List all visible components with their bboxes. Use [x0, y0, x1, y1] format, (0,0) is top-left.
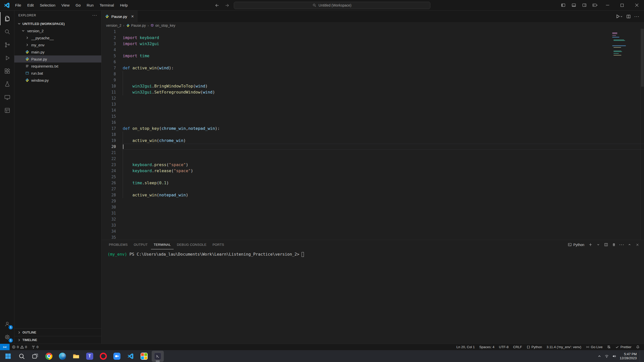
split-editor-button[interactable] — [625, 12, 632, 21]
eol-sequence[interactable]: CRLF — [511, 344, 524, 350]
go-live-button[interactable]: Go Live — [584, 344, 605, 350]
taskbar-start-button[interactable] — [2, 351, 14, 362]
taskbar-search[interactable] — [16, 351, 28, 362]
cursor-position[interactable]: Ln 20, Col 1 — [454, 344, 477, 350]
code-line-7[interactable]: def active_win(wind): — [123, 65, 644, 71]
tree-item--pycache-[interactable]: __pycache__ — [14, 34, 101, 41]
code-line-30[interactable] — [123, 204, 644, 210]
taskbar-task-view[interactable] — [29, 351, 41, 362]
terminal-body[interactable]: (my_env) PS C:\Users\ada_lau\Documents\W… — [102, 249, 644, 344]
code-line-20[interactable] — [123, 144, 644, 150]
section-outline[interactable]: OUTLINE — [14, 328, 101, 336]
tree-item-main-py[interactable]: main.py — [14, 48, 101, 55]
run-python-file-button[interactable] — [615, 12, 624, 21]
do-not-disturb-button[interactable] — [605, 344, 613, 350]
wifi-icon[interactable] — [604, 354, 609, 358]
remote-indicator[interactable]: >< — [0, 344, 10, 350]
code-line-23[interactable]: keyboard.press("space") — [123, 162, 644, 168]
taskbar-teams[interactable]: T — [84, 351, 96, 362]
menu-edit[interactable]: Edit — [24, 0, 37, 11]
tree-item-pause-py[interactable]: Pause.py — [14, 55, 101, 63]
taskbar-chrome[interactable] — [43, 351, 55, 362]
panel-tab-terminal[interactable]: TERMINAL — [151, 240, 174, 249]
code-line-16[interactable] — [123, 119, 644, 126]
code-line-22[interactable] — [123, 156, 644, 162]
code-line-35[interactable] — [123, 234, 644, 240]
activity-run-debug[interactable] — [0, 51, 14, 65]
prettier-status[interactable]: Prettier — [613, 344, 634, 350]
menu-help[interactable]: Help — [117, 0, 131, 11]
terminal-dropdown-button[interactable] — [595, 241, 602, 248]
code-line-21[interactable] — [123, 150, 644, 156]
menu-run[interactable]: Run — [84, 0, 97, 11]
code-line-27[interactable] — [123, 186, 644, 192]
close-panel-button[interactable] — [634, 241, 641, 248]
activity-remote-explorer[interactable] — [0, 91, 14, 104]
taskbar-vscode[interactable] — [124, 351, 137, 362]
taskbar-zoom[interactable] — [111, 351, 123, 362]
menu-terminal[interactable]: Terminal — [97, 0, 117, 11]
code-line-24[interactable]: keyboard.release("space") — [123, 168, 644, 174]
code-line-13[interactable] — [123, 101, 644, 107]
customize-layout-button[interactable] — [590, 0, 600, 11]
problems-indicator[interactable]: 0 0 — [10, 344, 29, 350]
code-line-5[interactable]: import time — [123, 53, 644, 59]
tree-item-requirements-txt[interactable]: requirements.txt — [14, 63, 101, 70]
code-line-32[interactable] — [123, 216, 644, 222]
indentation[interactable]: Spaces: 4 — [477, 344, 497, 350]
more-actions-button[interactable]: ··· — [633, 12, 640, 21]
panel-tab-ports[interactable]: PORTS — [210, 240, 227, 249]
workspace-section-header[interactable]: UNTITLED (WORKSPACE) — [14, 20, 101, 27]
tree-item-my-env[interactable]: my_env — [14, 41, 101, 48]
nav-back-button[interactable] — [214, 2, 220, 9]
code-line-10[interactable]: win32gui.BringWindowToTop(wind) — [123, 83, 644, 89]
toggle-panel-button[interactable] — [568, 0, 579, 11]
activity-accounts[interactable]: 1 — [0, 317, 14, 330]
code-line-25[interactable] — [123, 174, 644, 180]
scrollbar-thumb[interactable] — [641, 29, 644, 87]
activity-testing[interactable] — [0, 78, 14, 91]
minimap[interactable] — [610, 30, 640, 75]
code-editor[interactable]: 1234567891011121314151617181920212223242… — [102, 29, 644, 240]
code-line-26[interactable]: time.sleep(0.1) — [123, 180, 644, 186]
taskbar-store[interactable] — [138, 351, 150, 362]
panel-more-button[interactable]: ··· — [618, 241, 625, 248]
kill-terminal-button[interactable] — [610, 241, 618, 248]
code-line-33[interactable] — [123, 222, 644, 228]
panel-tab-debug-console[interactable]: DEBUG CONSOLE — [174, 240, 209, 249]
code-line-18[interactable] — [123, 132, 644, 138]
code-line-6[interactable] — [123, 59, 644, 65]
volume-icon[interactable] — [612, 354, 617, 358]
code-line-15[interactable] — [123, 113, 644, 119]
editor-scrollbar[interactable] — [640, 29, 644, 240]
code-line-3[interactable]: import win32gui — [123, 41, 644, 47]
tab-pause-py[interactable]: Pause.py × — [102, 11, 137, 22]
taskbar-terminal-active[interactable] — [152, 351, 164, 362]
code-line-8[interactable] — [123, 71, 644, 77]
panel-tab-output[interactable]: OUTPUT — [131, 240, 150, 249]
taskbar-opera[interactable] — [97, 351, 109, 362]
activity-extensions[interactable] — [0, 65, 14, 78]
views-actions-icon[interactable]: ··· — [92, 13, 97, 18]
notifications-button[interactable] — [634, 344, 642, 350]
ports-indicator[interactable]: 0 — [29, 344, 41, 350]
close-button[interactable] — [629, 0, 644, 11]
language-mode[interactable]: {}Python — [524, 344, 544, 350]
nav-forward-button[interactable] — [224, 2, 230, 9]
activity-settings[interactable]: 1 — [0, 330, 14, 344]
activity-explorer[interactable] — [0, 12, 14, 25]
taskbar-edge[interactable] — [56, 351, 69, 362]
taskbar-clock[interactable]: 5:47 PM 12/28/2023 — [620, 352, 637, 360]
toggle-secondary-sidebar-button[interactable] — [579, 0, 590, 11]
code-line-28[interactable]: active_win(notepad_win) — [123, 192, 644, 198]
code-line-4[interactable] — [123, 47, 644, 53]
menu-view[interactable]: View — [58, 0, 73, 11]
minimize-button[interactable] — [600, 0, 615, 11]
new-terminal-button[interactable] — [587, 241, 594, 248]
python-interpreter[interactable]: 3.11.4 ('my_env': venv) — [544, 344, 584, 350]
menu-file[interactable]: File — [12, 0, 24, 11]
code-line-11[interactable]: win32gui.SetForegroundWindow(wind) — [123, 89, 644, 95]
code-line-2[interactable]: import keyboard — [123, 35, 644, 41]
tree-item-run-bat[interactable]: run.bat — [14, 70, 101, 77]
code-line-34[interactable] — [123, 228, 644, 234]
